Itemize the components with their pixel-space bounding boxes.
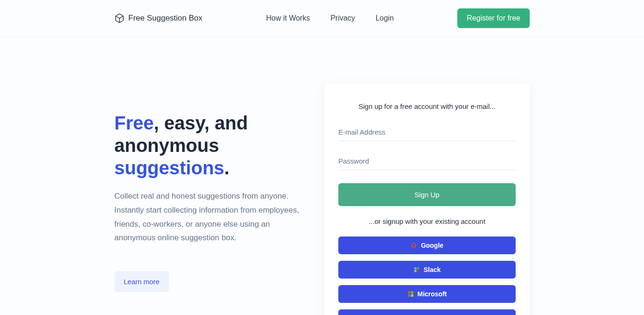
hero-title-end: .: [224, 158, 230, 178]
logo[interactable]: Free Suggestion Box: [114, 13, 203, 23]
signup-title: Sign up for a free account with your e-m…: [338, 102, 516, 110]
password-field[interactable]: [338, 152, 516, 170]
svg-rect-6: [411, 291, 413, 294]
hero-section: Free, easy, and anonymous suggestions. C…: [114, 84, 530, 315]
svg-rect-8: [411, 294, 413, 297]
oauth-microsoft-label: Microsoft: [418, 290, 447, 298]
svg-rect-1: [414, 267, 416, 270]
nav-login[interactable]: Login: [376, 14, 394, 22]
main-nav: How it Works Privacy Login: [266, 14, 394, 22]
nav-privacy[interactable]: Privacy: [330, 14, 355, 22]
slack-icon: [413, 266, 420, 273]
svg-rect-7: [408, 294, 410, 297]
signup-card: Sign up for a free account with your e-m…: [324, 84, 530, 315]
svg-rect-5: [408, 291, 410, 294]
hero-title-free: Free: [114, 113, 154, 133]
register-button[interactable]: Register for free: [457, 8, 530, 28]
microsoft-icon: [407, 291, 414, 297]
logo-text: Free Suggestion Box: [128, 14, 203, 23]
oauth-divider-text: ...or signup with your existing account: [338, 217, 516, 225]
svg-rect-4: [417, 270, 419, 272]
email-field[interactable]: [338, 123, 516, 141]
oauth-slack-label: Slack: [424, 266, 441, 273]
svg-rect-2: [417, 267, 419, 270]
box-icon: [114, 13, 125, 23]
oauth-slack-button[interactable]: Slack: [338, 261, 516, 279]
oauth-facebook-button[interactable]: Facebook: [338, 309, 516, 315]
hero-title: Free, easy, and anonymous suggestions.: [114, 112, 306, 179]
oauth-microsoft-button[interactable]: Microsoft: [338, 285, 516, 303]
oauth-google-label: Google: [421, 242, 443, 249]
hero-title-suggestions: suggestions: [114, 158, 224, 178]
svg-rect-3: [414, 270, 416, 272]
nav-how-it-works[interactable]: How it Works: [266, 14, 310, 22]
learn-more-button[interactable]: Learn more: [114, 271, 169, 292]
signup-button[interactable]: Sign Up: [338, 183, 516, 206]
hero-description: Collect real and honest suggestions from…: [114, 189, 306, 245]
site-header: Free Suggestion Box How it Works Privacy…: [0, 0, 644, 37]
google-icon: [411, 242, 417, 249]
hero-content: Free, easy, and anonymous suggestions. C…: [114, 84, 306, 292]
oauth-google-button[interactable]: Google: [338, 236, 516, 254]
